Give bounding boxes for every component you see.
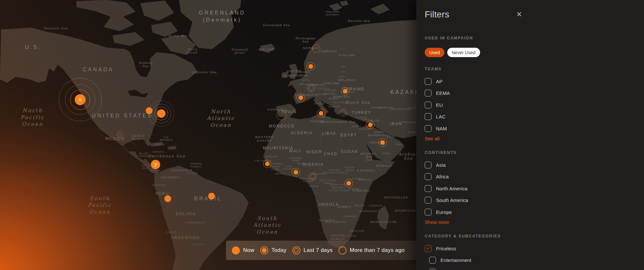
map-marker-cluster2[interactable]: 2 bbox=[151, 160, 160, 169]
campaign-toggle: Used Never Used bbox=[425, 48, 480, 57]
world-map[interactable]: U.S.CANADAGREENLAND(Denmark)UNITED STATE… bbox=[0, 0, 416, 270]
teams-heading: TEAMS bbox=[425, 67, 442, 71]
used-pill[interactable]: Used bbox=[425, 48, 444, 57]
checkbox[interactable] bbox=[425, 90, 431, 96]
legend-item: Now bbox=[232, 246, 254, 255]
checkbox-label: Africa bbox=[431, 174, 449, 179]
map-marker-ring1-lg[interactable] bbox=[277, 110, 287, 120]
close-icon[interactable]: ✕ bbox=[516, 10, 522, 19]
checkbox-label: AP bbox=[431, 79, 442, 84]
legend-label: More than 7 days ago bbox=[350, 247, 404, 254]
map-marker-today[interactable] bbox=[368, 123, 373, 127]
check-icon: ✓ bbox=[426, 246, 430, 251]
legend-item: More than 7 days ago bbox=[338, 246, 404, 255]
checkbox-row-africa[interactable]: Africa bbox=[425, 171, 468, 183]
checkbox[interactable] bbox=[425, 78, 431, 85]
today-legend-icon bbox=[260, 246, 268, 255]
checkbox-row-asia[interactable]: Asia bbox=[425, 159, 468, 171]
checkbox[interactable] bbox=[425, 185, 431, 192]
checkbox-label: Europe bbox=[431, 209, 452, 215]
map-marker-today[interactable] bbox=[343, 89, 347, 94]
legend-item: Last 7 days bbox=[292, 246, 333, 255]
checkbox[interactable] bbox=[425, 209, 431, 215]
map-marker-today[interactable] bbox=[308, 64, 313, 69]
checkbox[interactable] bbox=[425, 113, 431, 120]
checkbox-label: LAC bbox=[431, 114, 446, 119]
checkbox[interactable] bbox=[429, 257, 436, 264]
map-marker-today[interactable] bbox=[294, 170, 298, 175]
legend-label: Last 7 days bbox=[304, 247, 333, 254]
filters-panel: Filters ✕ USED IN CAMPAIGN Used Never Us… bbox=[416, 0, 644, 270]
checkbox[interactable] bbox=[425, 173, 431, 180]
last7-legend-icon bbox=[292, 246, 300, 255]
map-marker-ring1[interactable] bbox=[312, 45, 320, 53]
checkbox-label: South America bbox=[431, 197, 468, 203]
see-all-link[interactable]: See all bbox=[425, 136, 440, 141]
checkbox-label: EEMA bbox=[431, 90, 450, 96]
continents-list: AsiaAfricaNorth AmericaSouth AmericaEuro… bbox=[425, 159, 468, 218]
cluster-count: 2 bbox=[154, 162, 157, 167]
used-in-campaign-heading: USED IN CAMPAIGN bbox=[425, 36, 473, 40]
now-legend-icon bbox=[232, 246, 240, 255]
checkbox-row-eu[interactable]: EU bbox=[425, 99, 450, 111]
checkbox[interactable] bbox=[425, 197, 431, 204]
continents-heading: CONTINENTS bbox=[425, 150, 457, 155]
checked-checkbox[interactable]: ✓ bbox=[425, 245, 431, 252]
checkbox[interactable] bbox=[425, 162, 431, 168]
checkbox[interactable] bbox=[429, 269, 436, 270]
map-marker-now[interactable] bbox=[208, 193, 215, 200]
checkbox-row-south-america[interactable]: South America bbox=[425, 195, 468, 206]
map-marker-ring2[interactable] bbox=[310, 174, 315, 179]
checkbox-row-nam[interactable]: NAM bbox=[425, 123, 450, 135]
cluster-count: 6 bbox=[79, 97, 81, 102]
legend-label: Today bbox=[271, 247, 287, 254]
checkbox-row-priceless[interactable]: ✓Priceless bbox=[425, 243, 471, 255]
filters-title: Filters bbox=[425, 10, 449, 20]
checkbox-row-ap[interactable]: AP bbox=[425, 75, 450, 87]
checkbox-row-partial[interactable] bbox=[425, 266, 471, 270]
map-legend: NowTodayLast 7 daysMore than 7 days ago bbox=[226, 241, 416, 260]
map-marker-today[interactable] bbox=[346, 181, 351, 185]
never-used-pill[interactable]: Never Used bbox=[447, 48, 480, 57]
checkbox-label: NAM bbox=[431, 126, 447, 131]
checkbox-label: Asia bbox=[431, 162, 446, 168]
checkbox-label: North America bbox=[431, 186, 468, 191]
map-marker-today[interactable] bbox=[319, 111, 323, 115]
map-marker-today[interactable] bbox=[265, 162, 270, 166]
checkbox-row-entertainment[interactable]: Entertainment bbox=[425, 255, 471, 266]
checkbox[interactable] bbox=[425, 102, 431, 108]
map-marker-cluster-east[interactable] bbox=[157, 109, 166, 118]
legend-item: Today bbox=[260, 246, 287, 255]
show-more-link[interactable]: Show more bbox=[425, 219, 449, 225]
map-marker-today[interactable] bbox=[380, 140, 385, 145]
checkbox[interactable] bbox=[425, 125, 431, 132]
legend-label: Now bbox=[243, 247, 254, 254]
map-marker-now[interactable] bbox=[165, 195, 171, 202]
categories-heading: CATEGORY & SUBCATEGORIES bbox=[425, 234, 501, 238]
older-legend-icon bbox=[338, 246, 346, 255]
teams-list: APEEMAEULACNAM bbox=[425, 75, 450, 135]
map-marker-cluster6[interactable]: 6 bbox=[75, 94, 86, 105]
map-marker-ring2-sm[interactable] bbox=[118, 133, 122, 136]
checkbox-row-eema[interactable]: EEMA bbox=[425, 87, 450, 99]
map-marker-ring2[interactable] bbox=[341, 111, 346, 115]
marker-outer-ring bbox=[148, 101, 174, 126]
map-marker-layer: 62 bbox=[0, 0, 416, 270]
categories-list: ✓PricelessEntertainment bbox=[425, 243, 471, 270]
checkbox-row-lac[interactable]: LAC bbox=[425, 111, 450, 123]
checkbox-label: EU bbox=[431, 102, 443, 108]
checkbox-row-north-america[interactable]: North America bbox=[425, 183, 468, 195]
checkbox-label: Entertainment bbox=[436, 257, 471, 263]
map-marker-ring2[interactable] bbox=[309, 86, 314, 91]
map-marker-today[interactable] bbox=[298, 95, 303, 100]
app: U.S.CANADAGREENLAND(Denmark)UNITED STATE… bbox=[0, 0, 644, 270]
checkbox-label: Priceless bbox=[431, 246, 456, 251]
checkbox-row-europe[interactable]: Europe bbox=[425, 206, 468, 218]
